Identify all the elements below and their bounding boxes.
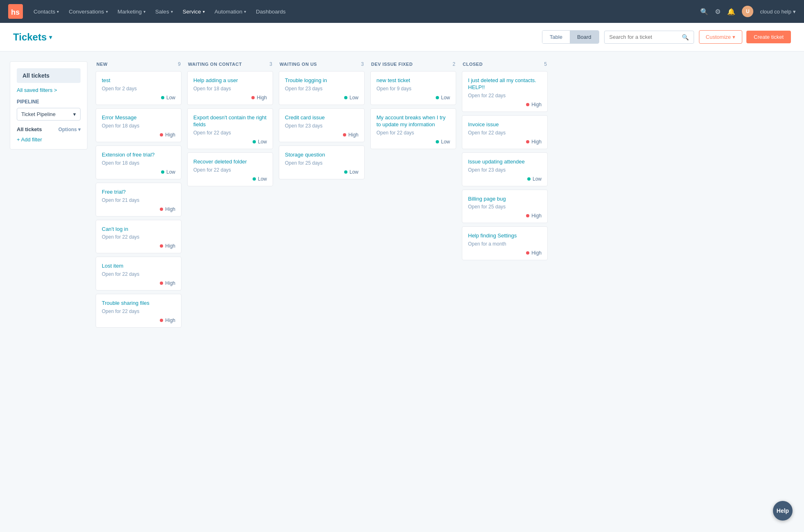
ticket-card[interactable]: Storage questionOpen for 25 daysLow: [279, 145, 365, 179]
column-count: 3: [269, 61, 272, 67]
sidebar-section2-header: All tickets Options ▾: [17, 126, 81, 132]
priority-high-icon: [526, 140, 529, 143]
priority-badge: Low: [285, 95, 358, 101]
priority-high-icon: [160, 244, 163, 248]
nav-contacts[interactable]: Contacts ▾: [29, 6, 63, 17]
hubspot-logo[interactable]: hs: [8, 4, 23, 19]
nav-sales[interactable]: Sales ▾: [151, 6, 177, 17]
user-menu[interactable]: cloud co help ▾: [760, 9, 796, 15]
ticket-card[interactable]: My account breaks when I try to update m…: [370, 108, 456, 149]
marketing-caret: ▾: [143, 9, 146, 14]
sidebar-options-menu[interactable]: Options ▾: [58, 127, 81, 132]
pipeline-select[interactable]: Ticket Pipeline ▾: [17, 108, 81, 121]
column-title: WAITING ON CONTACT: [188, 62, 242, 67]
priority-label: Low: [166, 95, 175, 101]
help-fab-button[interactable]: Help: [773, 501, 793, 521]
create-ticket-button[interactable]: Create ticket: [746, 31, 791, 43]
nav-conversations[interactable]: Conversations ▾: [65, 6, 112, 17]
ticket-card[interactable]: testOpen for 2 daysLow: [96, 71, 181, 105]
priority-label: High: [257, 95, 267, 101]
ticket-card[interactable]: Billing page bugOpen for 25 daysHigh: [462, 190, 548, 224]
column-header: WAITING ON CONTACT3: [187, 61, 273, 67]
nav-dashboards[interactable]: Dashboards: [252, 6, 290, 17]
ticket-card[interactable]: Free trial?Open for 21 daysHigh: [96, 183, 181, 217]
ticket-card[interactable]: Error MessageOpen for 18 daysHigh: [96, 108, 181, 142]
page-title[interactable]: Tickets ▾: [13, 31, 52, 43]
column-closed: CLOSED5I just deleted all my contacts. H…: [462, 61, 548, 530]
priority-label: Low: [533, 176, 542, 182]
column-title: CLOSED: [463, 62, 483, 67]
ticket-card[interactable]: Trouble sharing filesOpen for 22 daysHig…: [96, 294, 181, 328]
add-filter-button[interactable]: + Add filter: [17, 136, 81, 143]
ticket-card[interactable]: Lost itemOpen for 22 daysHigh: [96, 257, 181, 291]
priority-high-icon: [160, 282, 163, 285]
priority-high-icon: [160, 319, 163, 322]
column-count: 5: [544, 61, 547, 67]
ticket-title: Help adding a user: [193, 77, 267, 84]
ticket-card[interactable]: Trouble logging inOpen for 23 daysLow: [279, 71, 365, 105]
column-title: NEW: [96, 62, 107, 67]
notifications-icon[interactable]: 🔔: [727, 8, 735, 16]
column-waiting-on-contact: WAITING ON CONTACT3Help adding a userOpe…: [187, 61, 273, 530]
priority-label: Low: [441, 95, 450, 101]
sidebar-saved-filters[interactable]: All saved filters >: [17, 87, 81, 93]
column-count: 9: [178, 61, 181, 67]
ticket-card[interactable]: Can't log inOpen for 22 daysHigh: [96, 220, 181, 254]
ticket-days: Open for 2 days: [102, 86, 175, 92]
ticket-days: Open for 25 days: [285, 160, 358, 166]
ticket-days: Open for 22 days: [468, 130, 542, 136]
ticket-card[interactable]: Invoice issueOpen for 22 daysHigh: [462, 115, 548, 149]
column-header: WAITING ON US3: [279, 61, 365, 67]
automation-caret: ▾: [244, 9, 246, 14]
priority-badge: High: [102, 317, 175, 323]
priority-high-icon: [160, 133, 163, 136]
ticket-days: Open for 23 days: [468, 167, 542, 173]
ticket-card[interactable]: Help adding a userOpen for 18 daysHigh: [187, 71, 273, 105]
customize-button[interactable]: Customize ▾: [699, 30, 742, 44]
search-input[interactable]: [609, 34, 682, 40]
priority-label: Low: [258, 176, 267, 182]
priority-label: Low: [166, 169, 175, 175]
cards-container: testOpen for 2 daysLowError MessageOpen …: [96, 71, 181, 328]
priority-badge: Low: [193, 139, 267, 145]
nav-marketing[interactable]: Marketing ▾: [114, 6, 150, 17]
priority-high-icon: [526, 251, 529, 255]
ticket-card[interactable]: new test ticketOpen for 9 daysLow: [370, 71, 456, 105]
priority-low-icon: [253, 177, 256, 181]
ticket-days: Open for 25 days: [468, 204, 542, 210]
ticket-card[interactable]: Help finding SettingsOpen for a monthHig…: [462, 226, 548, 260]
priority-badge: High: [193, 95, 267, 101]
main-layout: All tickets All saved filters > Pipeline…: [0, 51, 804, 530]
ticket-card[interactable]: Recover deleted folderOpen for 22 daysLo…: [187, 152, 273, 186]
top-navigation: hs Contacts ▾ Conversations ▾ Marketing …: [0, 0, 804, 23]
ticket-card[interactable]: Issue updating attendeeOpen for 23 daysL…: [462, 152, 548, 186]
table-view-button[interactable]: Table: [542, 31, 570, 43]
ticket-title: Free trial?: [102, 189, 175, 196]
ticket-card[interactable]: Extension of free trial?Open for 18 days…: [96, 145, 181, 179]
avatar[interactable]: U: [742, 6, 753, 17]
column-dev-issue-fixed: DEV ISSUE FIXED2new test ticketOpen for …: [370, 61, 456, 530]
column-new: NEW9testOpen for 2 daysLowError MessageO…: [96, 61, 181, 530]
board-view-button[interactable]: Board: [570, 31, 599, 43]
ticket-days: Open for 9 days: [376, 86, 450, 92]
ticket-card[interactable]: Credit card issueOpen for 23 daysHigh: [279, 108, 365, 142]
priority-low-icon: [161, 170, 164, 174]
sidebar-all-tickets[interactable]: All tickets: [17, 68, 81, 83]
column-header: CLOSED5: [462, 61, 548, 67]
search-icon[interactable]: 🔍: [700, 8, 708, 16]
priority-label: High: [165, 280, 175, 286]
ticket-title: Export doesn't contain the right fields: [193, 114, 267, 128]
options-caret-icon: ▾: [78, 127, 81, 132]
ticket-title: Error Message: [102, 114, 175, 121]
cards-container: I just deleted all my contacts. HELP!!Op…: [462, 71, 548, 260]
nav-automation[interactable]: Automation ▾: [211, 6, 250, 17]
priority-low-icon: [527, 177, 531, 181]
page-header: Tickets ▾ Table Board 🔍 Customize ▾ Crea…: [0, 23, 804, 51]
ticket-card[interactable]: I just deleted all my contacts. HELP!!Op…: [462, 71, 548, 112]
priority-badge: Low: [102, 95, 175, 101]
board: NEW9testOpen for 2 daysLowError MessageO…: [96, 61, 794, 530]
ticket-card[interactable]: Export doesn't contain the right fieldsO…: [187, 108, 273, 149]
nav-service[interactable]: Service ▾: [179, 6, 209, 17]
view-toggle: Table Board: [542, 30, 599, 44]
settings-icon[interactable]: ⚙: [715, 8, 721, 16]
